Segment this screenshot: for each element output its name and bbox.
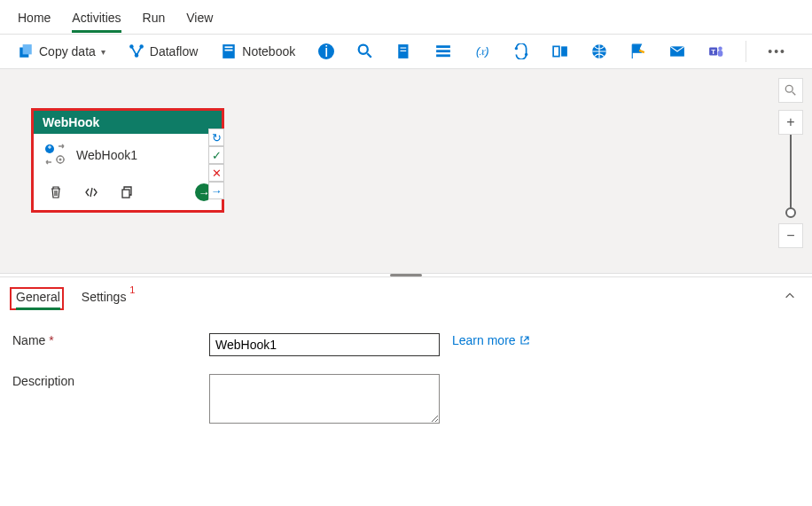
container-icon <box>552 43 568 59</box>
info-icon: i <box>318 43 334 59</box>
more-button[interactable]: ••• <box>762 41 792 62</box>
toolbar: Copy data ▾ Dataflow Notebook i (𝑥) <box>0 34 812 69</box>
loop-button[interactable] <box>508 40 535 63</box>
globe-icon <box>591 43 607 59</box>
zoom-controls: + − <box>778 78 803 248</box>
svg-rect-12 <box>401 51 407 51</box>
svg-line-31 <box>792 92 796 96</box>
top-nav: Home Activities Run View <box>0 0 812 34</box>
script-button[interactable] <box>391 40 418 63</box>
ellipsis-icon: ••• <box>768 44 786 58</box>
tab-view[interactable]: View <box>186 5 213 33</box>
svg-rect-13 <box>436 45 450 48</box>
svg-point-16 <box>515 47 518 50</box>
zoom-thumb[interactable] <box>785 207 796 218</box>
svg-rect-25 <box>718 51 723 57</box>
settings-tab-label: Settings <box>82 290 127 304</box>
tab-settings[interactable]: Settings 1 <box>82 290 127 310</box>
search-button[interactable] <box>352 40 379 63</box>
svg-rect-18 <box>553 46 559 56</box>
teams-button[interactable]: T <box>703 40 730 63</box>
learn-more-link[interactable]: Learn more <box>452 333 530 347</box>
external-link-icon <box>519 335 530 346</box>
copy-button[interactable] <box>119 184 135 200</box>
loop-icon <box>513 43 529 59</box>
webhook-icon <box>43 143 67 167</box>
mail-button[interactable] <box>664 40 691 63</box>
dataflow-button[interactable]: Dataflow <box>123 40 203 63</box>
svg-point-17 <box>525 53 527 56</box>
delete-button[interactable] <box>48 184 64 200</box>
name-field-label: Name * <box>12 333 209 347</box>
teams-icon: T <box>708 43 724 59</box>
flag-button[interactable] <box>625 40 652 63</box>
svg-rect-6 <box>225 46 233 48</box>
notebook-icon <box>221 43 237 59</box>
container-button[interactable] <box>547 40 574 63</box>
svg-rect-19 <box>561 46 567 56</box>
description-field-label: Description <box>12 374 209 388</box>
flag-icon <box>630 43 646 59</box>
variable-icon: (𝑥) <box>474 43 490 59</box>
svg-rect-11 <box>401 48 407 49</box>
svg-rect-14 <box>436 50 450 52</box>
svg-point-30 <box>785 85 792 92</box>
description-input[interactable] <box>209 374 440 424</box>
toolbar-separator <box>746 41 746 62</box>
zoom-in-button[interactable]: + <box>778 110 803 135</box>
tab-home[interactable]: Home <box>18 5 51 33</box>
dataflow-label: Dataflow <box>150 44 198 58</box>
retry-handle[interactable]: ↻ <box>208 128 224 146</box>
collapse-panel-button[interactable] <box>784 290 796 305</box>
copy-data-button[interactable]: Copy data ▾ <box>12 40 111 63</box>
activity-output-handles: ↻ ✓ ✕ → <box>208 128 224 199</box>
zoom-out-button[interactable]: − <box>778 223 803 248</box>
tab-general[interactable]: General <box>16 290 60 310</box>
pipeline-canvas[interactable]: WebHook WebHook1 <box>0 69 812 273</box>
tab-activities[interactable]: Activities <box>72 5 121 33</box>
success-handle[interactable]: ✓ <box>208 146 224 164</box>
properties-panel: General Settings 1 Name * Learn more Des… <box>0 276 812 462</box>
info-button[interactable]: i <box>313 40 340 63</box>
svg-rect-29 <box>122 190 129 198</box>
activity-name: WebHook1 <box>76 148 137 162</box>
list-button[interactable] <box>430 40 457 63</box>
svg-text:T: T <box>711 48 715 56</box>
failure-handle[interactable]: ✕ <box>208 164 224 182</box>
skip-handle[interactable]: → <box>208 182 224 199</box>
script-icon <box>396 43 412 59</box>
copy-data-icon <box>18 43 34 59</box>
notebook-button[interactable]: Notebook <box>215 40 301 63</box>
svg-rect-7 <box>225 50 233 51</box>
name-input[interactable] <box>209 333 440 356</box>
mail-icon <box>669 43 685 59</box>
dataflow-icon <box>129 43 144 59</box>
code-button[interactable] <box>83 184 99 200</box>
zoom-slider[interactable] <box>790 135 792 213</box>
svg-point-8 <box>359 45 368 54</box>
svg-point-24 <box>718 46 722 51</box>
settings-badge: 1 <box>129 284 135 295</box>
svg-rect-1 <box>23 44 32 54</box>
svg-point-28 <box>59 159 62 161</box>
svg-line-9 <box>367 53 371 58</box>
list-icon <box>435 43 451 59</box>
chevron-down-icon: ▾ <box>101 47 105 57</box>
notebook-label: Notebook <box>242 44 295 58</box>
globe-button[interactable] <box>586 40 613 63</box>
search-icon <box>357 43 373 59</box>
activity-type-label: WebHook <box>34 111 222 134</box>
webhook-activity-node[interactable]: WebHook WebHook1 <box>31 108 224 213</box>
svg-rect-15 <box>436 54 450 57</box>
copy-data-label: Copy data <box>39 44 96 58</box>
tab-run[interactable]: Run <box>143 5 166 33</box>
canvas-search-button[interactable] <box>778 78 803 103</box>
learn-more-label: Learn more <box>452 333 516 347</box>
variable-button[interactable]: (𝑥) <box>469 40 496 63</box>
